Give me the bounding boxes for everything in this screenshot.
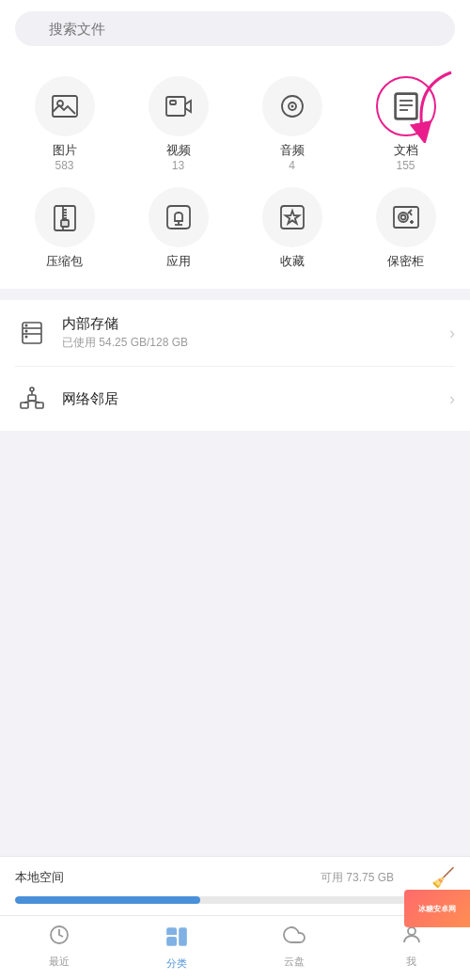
category-item-vault[interactable]: 保密柜 — [349, 187, 462, 270]
photos-icon-wrap — [35, 76, 95, 136]
svg-rect-39 — [21, 403, 28, 408]
watermark: 冰糖安卓网 — [404, 890, 470, 927]
category-item-docs[interactable]: 文档 155 — [349, 76, 462, 172]
network-storage-icon — [15, 382, 49, 416]
videos-icon-wrap — [149, 76, 209, 136]
svg-point-9 — [290, 105, 293, 108]
network-storage-chevron: › — [449, 389, 455, 409]
svg-line-42 — [24, 401, 32, 403]
docs-count: 155 — [396, 159, 415, 172]
local-space-header: 本地空间 可用 73.75 GB 🧹 — [15, 866, 455, 889]
storage-progress-fill — [15, 896, 200, 904]
internal-storage-subtitle: 已使用 54.25 GB/128 GB — [62, 335, 449, 351]
category-item-audio[interactable]: 音频 4 — [235, 76, 349, 172]
category-item-apps[interactable]: 应用 — [121, 187, 235, 270]
docs-icon — [391, 91, 421, 121]
tab-profile-icon — [400, 924, 423, 952]
internal-storage-icon — [15, 316, 49, 350]
svg-rect-1 — [53, 96, 77, 117]
internal-storage-item[interactable]: 内部存储 已使用 54.25 GB/128 GB › — [15, 300, 455, 367]
content-spacer — [0, 431, 470, 856]
tab-item-category[interactable]: 分类 — [118, 924, 235, 971]
tab-item-cloud[interactable]: 云盘 — [235, 924, 352, 971]
category-section: 图片 583 视频 13 — [0, 61, 470, 289]
category-item-videos[interactable]: 视频 13 — [121, 76, 235, 172]
audio-icon-wrap — [262, 76, 322, 136]
svg-marker-25 — [285, 211, 299, 224]
internal-storage-chevron: › — [449, 324, 455, 343]
photos-label: 图片 — [53, 142, 77, 159]
internal-storage-title: 内部存储 — [62, 315, 449, 333]
svg-point-36 — [25, 324, 28, 327]
apps-icon-wrap — [149, 187, 209, 247]
network-storage-title: 网络邻居 — [62, 390, 449, 408]
svg-point-45 — [30, 387, 34, 391]
svg-point-38 — [25, 336, 28, 339]
svg-rect-40 — [28, 395, 36, 401]
apps-label: 应用 — [166, 253, 191, 270]
zip-label: 压缩包 — [46, 253, 83, 270]
local-space-section: 本地空间 可用 73.75 GB 🧹 — [0, 856, 470, 915]
category-item-photos[interactable]: 图片 583 — [8, 76, 121, 172]
audio-label: 音频 — [280, 142, 305, 159]
vault-label: 保密柜 — [387, 253, 424, 270]
search-wrapper: 🔍 — [15, 11, 455, 46]
clean-icon[interactable]: 🧹 — [431, 866, 455, 889]
svg-rect-21 — [61, 220, 69, 227]
search-input[interactable] — [15, 11, 455, 46]
zip-icon — [50, 202, 80, 232]
vault-icon — [391, 202, 421, 232]
storage-progress-bar — [15, 896, 455, 904]
svg-point-37 — [25, 330, 28, 333]
tab-item-profile[interactable]: 我 — [352, 924, 470, 971]
tab-recent-label: 最近 — [49, 955, 70, 969]
tab-profile-label: 我 — [406, 955, 416, 969]
favorites-icon-wrap — [262, 187, 322, 247]
tab-recent-icon — [48, 924, 70, 952]
svg-rect-6 — [170, 101, 176, 104]
svg-rect-48 — [179, 927, 187, 946]
tab-item-recent[interactable]: 最近 — [0, 924, 118, 971]
storage-section: 内部存储 已使用 54.25 GB/128 GB › 网络邻居 › — [0, 300, 470, 431]
tab-category-icon — [164, 924, 189, 954]
tab-cloud-icon — [283, 924, 306, 952]
svg-line-30 — [410, 213, 412, 215]
svg-point-49 — [408, 927, 415, 935]
svg-point-27 — [399, 213, 408, 222]
search-section: 🔍 — [0, 0, 470, 61]
videos-count: 13 — [172, 159, 184, 172]
svg-rect-41 — [36, 403, 43, 408]
favorites-icon — [277, 202, 307, 232]
videos-label: 视频 — [166, 142, 191, 159]
local-space-available: 可用 73.75 GB — [321, 870, 394, 886]
svg-line-43 — [32, 401, 39, 403]
svg-rect-47 — [166, 937, 177, 946]
audio-icon — [277, 91, 307, 121]
tab-bar: 最近 分类 云盘 我 — [0, 915, 470, 980]
category-item-zip[interactable]: 压缩包 — [8, 187, 121, 270]
svg-point-28 — [400, 215, 405, 220]
category-grid: 图片 583 视频 13 — [8, 76, 462, 270]
category-item-favorites[interactable]: 收藏 — [235, 187, 349, 270]
network-storage-item[interactable]: 网络邻居 › — [15, 367, 455, 431]
videos-icon — [164, 91, 194, 121]
docs-label: 文档 — [394, 142, 418, 159]
zip-icon-wrap — [35, 187, 95, 247]
internal-storage-info: 内部存储 已使用 54.25 GB/128 GB — [62, 315, 449, 351]
svg-rect-3 — [166, 97, 185, 116]
photos-icon — [50, 91, 80, 121]
tab-category-label: 分类 — [166, 956, 187, 971]
svg-rect-14 — [395, 93, 417, 119]
docs-icon-wrap — [376, 76, 436, 136]
photos-count: 583 — [55, 159, 73, 172]
audio-count: 4 — [289, 159, 295, 172]
tab-cloud-label: 云盘 — [284, 955, 305, 969]
network-storage-info: 网络邻居 — [62, 390, 449, 408]
svg-rect-10 — [396, 94, 416, 119]
vault-icon-wrap — [376, 187, 436, 247]
local-space-label: 本地空间 — [15, 869, 64, 886]
apps-icon — [164, 202, 194, 232]
favorites-label: 收藏 — [280, 253, 305, 270]
